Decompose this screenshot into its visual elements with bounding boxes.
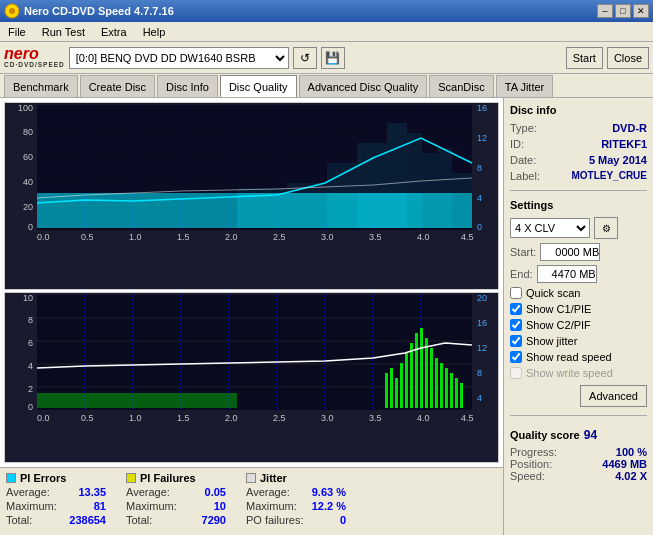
svg-text:2.5: 2.5 [273,413,286,423]
speed-setting-row: 4 X CLV ⚙ [510,217,647,239]
svg-rect-68 [415,333,418,408]
show-c1-pie-checkbox[interactable] [510,303,522,315]
svg-text:12: 12 [477,133,487,143]
end-row: End: [510,265,647,283]
maximize-button[interactable]: □ [615,4,631,18]
svg-text:0.0: 0.0 [37,232,50,242]
svg-text:10: 10 [23,293,33,303]
quick-scan-row: Quick scan [510,287,647,299]
stats-bar: PI Errors Average: 13.35 Maximum: 81 Tot… [0,467,503,535]
svg-text:1.0: 1.0 [129,413,142,423]
pi-failures-total-row: Total: 7290 [126,514,226,526]
start-input[interactable] [540,243,600,261]
svg-text:4.5: 4.5 [461,232,474,242]
end-input[interactable] [537,265,597,283]
close-window-button[interactable]: ✕ [633,4,649,18]
progress-row: Progress: 100 % [510,446,647,458]
svg-text:4: 4 [477,393,482,403]
settings-icon-button[interactable]: ⚙ [594,217,618,239]
progress-rows: Progress: 100 % Position: 4469 MB Speed:… [510,446,647,482]
minimize-button[interactable]: – [597,4,613,18]
tab-disc-info[interactable]: Disc Info [157,75,218,97]
save-icon-button[interactable]: 💾 [321,47,345,69]
menu-bar: File Run Test Extra Help [0,22,653,42]
menu-file[interactable]: File [4,24,30,40]
svg-text:3.5: 3.5 [369,413,382,423]
menu-help[interactable]: Help [139,24,170,40]
speed-selector[interactable]: 4 X CLV [510,218,590,238]
pi-errors-total-row: Total: 238654 [6,514,106,526]
svg-text:0.0: 0.0 [37,413,50,423]
tab-ta-jitter[interactable]: TA Jitter [496,75,554,97]
quick-scan-checkbox[interactable] [510,287,522,299]
svg-text:1.0: 1.0 [129,232,142,242]
svg-text:2.0: 2.0 [225,413,238,423]
advanced-btn-container: Advanced [510,383,647,407]
svg-rect-74 [445,368,448,408]
title-bar: Nero CD-DVD Speed 4.7.7.16 – □ ✕ [0,0,653,22]
disc-type-row: Type: DVD-R [510,122,647,134]
tab-disc-quality[interactable]: Disc Quality [220,75,297,97]
menu-extra[interactable]: Extra [97,24,131,40]
svg-text:4: 4 [28,361,33,371]
show-read-speed-checkbox[interactable] [510,351,522,363]
tab-create-disc[interactable]: Create Disc [80,75,155,97]
show-c1-pie-row: Show C1/PIE [510,303,647,315]
sidebar: Disc info Type: DVD-R ID: RITEKF1 Date: … [503,98,653,535]
disc-date-row: Date: 5 May 2014 [510,154,647,166]
close-button[interactable]: Close [607,47,649,69]
show-jitter-checkbox[interactable] [510,335,522,347]
svg-rect-77 [460,383,463,408]
advanced-button[interactable]: Advanced [580,385,647,407]
svg-text:16: 16 [477,318,487,328]
pi-failures-maximum-row: Maximum: 10 [126,500,226,512]
show-c2-pif-checkbox[interactable] [510,319,522,331]
jitter-po-failures-row: PO failures: 0 [246,514,346,526]
charts-stats-area: 100 80 60 40 20 0 16 12 8 4 0 0.0 0.5 1.… [0,98,503,535]
disc-label-row: Label: MOTLEY_CRUE [510,170,647,182]
svg-text:0.5: 0.5 [81,413,94,423]
speed-row: Speed: 4.02 X [510,470,647,482]
show-write-speed-row: Show write speed [510,367,647,379]
app-title: Nero CD-DVD Speed 4.7.7.16 [24,5,174,17]
start-row: Start: [510,243,647,261]
svg-text:16: 16 [477,103,487,113]
jitter-color [246,473,256,483]
tab-scandisc[interactable]: ScanDisc [429,75,493,97]
svg-text:2.0: 2.0 [225,232,238,242]
pi-errors-maximum-row: Maximum: 81 [6,500,106,512]
pie-chart-svg: 100 80 60 40 20 0 16 12 8 4 0 0.0 0.5 1.… [5,103,498,289]
svg-text:3.0: 3.0 [321,413,334,423]
drive-selector[interactable]: [0:0] BENQ DVD DD DW1640 BSRB [69,47,289,69]
pi-errors-color [6,473,16,483]
reload-icon-button[interactable]: ↺ [293,47,317,69]
pi-errors-average-row: Average: 13.35 [6,486,106,498]
start-button[interactable]: Start [566,47,603,69]
tabs-bar: Benchmark Create Disc Disc Info Disc Qua… [0,74,653,98]
svg-text:8: 8 [477,163,482,173]
title-bar-buttons: – □ ✕ [597,4,649,18]
tab-advanced-disc-quality[interactable]: Advanced Disc Quality [299,75,428,97]
disc-id-row: ID: RITEKF1 [510,138,647,150]
svg-text:80: 80 [23,127,33,137]
nero-logo: nero CD·DVD/SPEED [4,46,65,69]
svg-rect-72 [435,358,438,408]
pie-chart: 100 80 60 40 20 0 16 12 8 4 0 0.0 0.5 1.… [4,102,499,290]
svg-rect-63 [390,368,393,408]
menu-run-test[interactable]: Run Test [38,24,89,40]
svg-rect-67 [410,343,413,408]
show-jitter-row: Show jitter [510,335,647,347]
show-read-speed-row: Show read speed [510,351,647,363]
svg-text:2: 2 [28,384,33,394]
main-content: 100 80 60 40 20 0 16 12 8 4 0 0.0 0.5 1.… [0,98,653,535]
settings-title: Settings [510,199,647,211]
svg-text:1.5: 1.5 [177,413,190,423]
svg-text:3.5: 3.5 [369,232,382,242]
disc-info-title: Disc info [510,104,647,116]
svg-rect-73 [440,363,443,408]
svg-point-1 [9,8,15,14]
svg-text:100: 100 [18,103,33,113]
tab-benchmark[interactable]: Benchmark [4,75,78,97]
toolbar: nero CD·DVD/SPEED [0:0] BENQ DVD DD DW16… [0,42,653,74]
svg-text:20: 20 [477,293,487,303]
